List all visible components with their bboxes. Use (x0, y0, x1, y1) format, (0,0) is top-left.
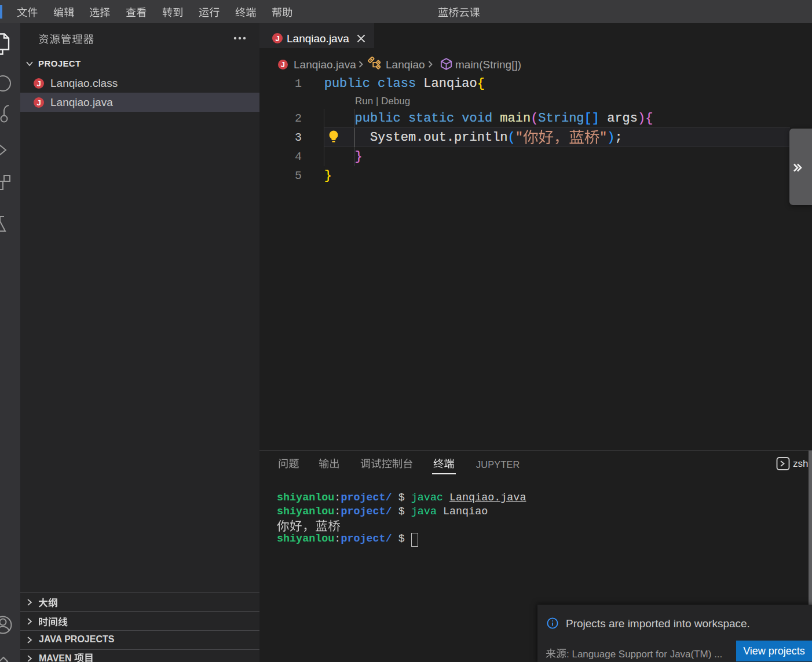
svg-text:J: J (275, 34, 279, 43)
svg-text:J: J (36, 79, 41, 87)
svg-text:J: J (36, 98, 41, 107)
svg-text:J: J (281, 60, 285, 68)
